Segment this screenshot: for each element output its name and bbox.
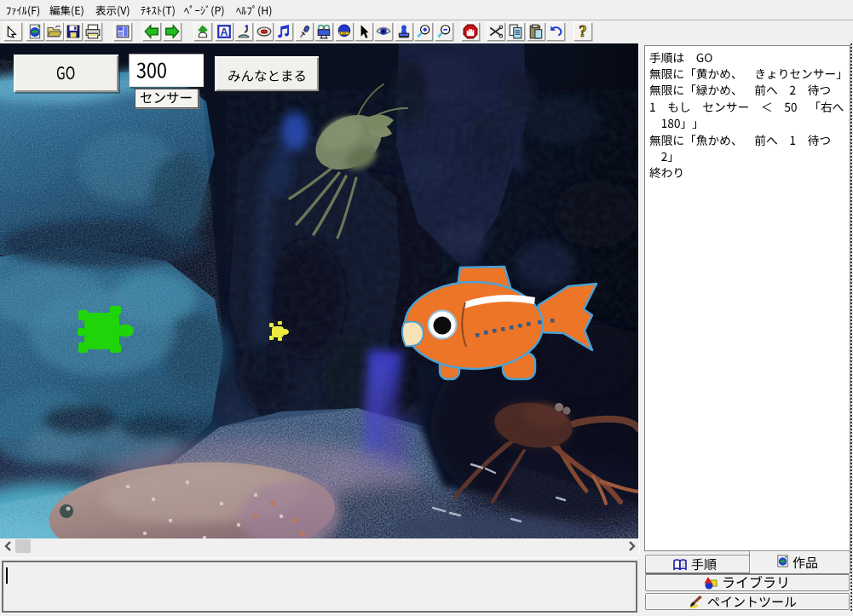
svg-text:?: ? bbox=[579, 24, 587, 39]
svg-text:A: A bbox=[220, 26, 228, 38]
